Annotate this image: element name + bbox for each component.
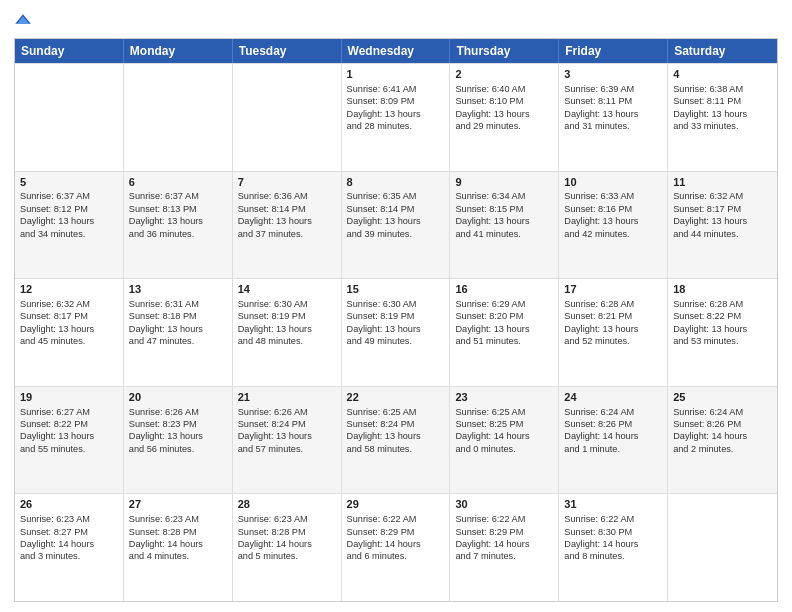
cal-cell [233,64,342,171]
day-number: 3 [564,67,662,82]
day-info: Sunrise: 6:40 AM Sunset: 8:10 PM Dayligh… [455,83,553,133]
cal-cell: 19Sunrise: 6:27 AM Sunset: 8:22 PM Dayli… [15,387,124,494]
day-number: 22 [347,390,445,405]
day-info: Sunrise: 6:32 AM Sunset: 8:17 PM Dayligh… [20,298,118,348]
day-number: 18 [673,282,772,297]
cal-cell: 4Sunrise: 6:38 AM Sunset: 8:11 PM Daylig… [668,64,777,171]
cal-cell: 18Sunrise: 6:28 AM Sunset: 8:22 PM Dayli… [668,279,777,386]
day-info: Sunrise: 6:37 AM Sunset: 8:12 PM Dayligh… [20,190,118,240]
day-number: 25 [673,390,772,405]
cal-cell: 10Sunrise: 6:33 AM Sunset: 8:16 PM Dayli… [559,172,668,279]
day-info: Sunrise: 6:23 AM Sunset: 8:28 PM Dayligh… [129,513,227,563]
day-number: 6 [129,175,227,190]
cal-header-saturday: Saturday [668,39,777,63]
cal-cell: 30Sunrise: 6:22 AM Sunset: 8:29 PM Dayli… [450,494,559,601]
cal-cell: 14Sunrise: 6:30 AM Sunset: 8:19 PM Dayli… [233,279,342,386]
calendar: SundayMondayTuesdayWednesdayThursdayFrid… [14,38,778,602]
logo [14,10,34,32]
cal-cell: 29Sunrise: 6:22 AM Sunset: 8:29 PM Dayli… [342,494,451,601]
day-number: 4 [673,67,772,82]
day-info: Sunrise: 6:39 AM Sunset: 8:11 PM Dayligh… [564,83,662,133]
cal-cell [668,494,777,601]
cal-cell: 31Sunrise: 6:22 AM Sunset: 8:30 PM Dayli… [559,494,668,601]
day-number: 8 [347,175,445,190]
calendar-body: 1Sunrise: 6:41 AM Sunset: 8:09 PM Daylig… [15,63,777,601]
cal-header-tuesday: Tuesday [233,39,342,63]
cal-cell [124,64,233,171]
cal-cell: 22Sunrise: 6:25 AM Sunset: 8:24 PM Dayli… [342,387,451,494]
cal-cell: 8Sunrise: 6:35 AM Sunset: 8:14 PM Daylig… [342,172,451,279]
day-number: 31 [564,497,662,512]
day-info: Sunrise: 6:24 AM Sunset: 8:26 PM Dayligh… [564,406,662,456]
cal-cell: 11Sunrise: 6:32 AM Sunset: 8:17 PM Dayli… [668,172,777,279]
day-info: Sunrise: 6:22 AM Sunset: 8:30 PM Dayligh… [564,513,662,563]
day-info: Sunrise: 6:26 AM Sunset: 8:24 PM Dayligh… [238,406,336,456]
cal-cell: 13Sunrise: 6:31 AM Sunset: 8:18 PM Dayli… [124,279,233,386]
day-info: Sunrise: 6:23 AM Sunset: 8:27 PM Dayligh… [20,513,118,563]
day-info: Sunrise: 6:37 AM Sunset: 8:13 PM Dayligh… [129,190,227,240]
day-number: 9 [455,175,553,190]
day-info: Sunrise: 6:34 AM Sunset: 8:15 PM Dayligh… [455,190,553,240]
cal-cell: 16Sunrise: 6:29 AM Sunset: 8:20 PM Dayli… [450,279,559,386]
logo-icon [14,10,32,28]
day-number: 29 [347,497,445,512]
cal-cell: 25Sunrise: 6:24 AM Sunset: 8:26 PM Dayli… [668,387,777,494]
day-number: 14 [238,282,336,297]
cal-header-sunday: Sunday [15,39,124,63]
day-info: Sunrise: 6:30 AM Sunset: 8:19 PM Dayligh… [347,298,445,348]
cal-week-1: 1Sunrise: 6:41 AM Sunset: 8:09 PM Daylig… [15,63,777,171]
cal-header-thursday: Thursday [450,39,559,63]
day-number: 26 [20,497,118,512]
day-number: 15 [347,282,445,297]
cal-cell: 6Sunrise: 6:37 AM Sunset: 8:13 PM Daylig… [124,172,233,279]
cal-cell: 5Sunrise: 6:37 AM Sunset: 8:12 PM Daylig… [15,172,124,279]
day-info: Sunrise: 6:30 AM Sunset: 8:19 PM Dayligh… [238,298,336,348]
day-number: 12 [20,282,118,297]
cal-cell: 27Sunrise: 6:23 AM Sunset: 8:28 PM Dayli… [124,494,233,601]
day-number: 11 [673,175,772,190]
day-number: 16 [455,282,553,297]
day-info: Sunrise: 6:24 AM Sunset: 8:26 PM Dayligh… [673,406,772,456]
cal-cell: 12Sunrise: 6:32 AM Sunset: 8:17 PM Dayli… [15,279,124,386]
header [14,10,778,32]
cal-cell: 15Sunrise: 6:30 AM Sunset: 8:19 PM Dayli… [342,279,451,386]
cal-cell: 17Sunrise: 6:28 AM Sunset: 8:21 PM Dayli… [559,279,668,386]
cal-cell [15,64,124,171]
day-info: Sunrise: 6:25 AM Sunset: 8:24 PM Dayligh… [347,406,445,456]
day-info: Sunrise: 6:32 AM Sunset: 8:17 PM Dayligh… [673,190,772,240]
cal-cell: 21Sunrise: 6:26 AM Sunset: 8:24 PM Dayli… [233,387,342,494]
cal-cell: 20Sunrise: 6:26 AM Sunset: 8:23 PM Dayli… [124,387,233,494]
cal-week-4: 19Sunrise: 6:27 AM Sunset: 8:22 PM Dayli… [15,386,777,494]
cal-week-3: 12Sunrise: 6:32 AM Sunset: 8:17 PM Dayli… [15,278,777,386]
day-number: 24 [564,390,662,405]
cal-cell: 24Sunrise: 6:24 AM Sunset: 8:26 PM Dayli… [559,387,668,494]
day-info: Sunrise: 6:28 AM Sunset: 8:22 PM Dayligh… [673,298,772,348]
day-number: 30 [455,497,553,512]
day-number: 28 [238,497,336,512]
cal-cell: 9Sunrise: 6:34 AM Sunset: 8:15 PM Daylig… [450,172,559,279]
day-number: 17 [564,282,662,297]
day-info: Sunrise: 6:28 AM Sunset: 8:21 PM Dayligh… [564,298,662,348]
cal-week-2: 5Sunrise: 6:37 AM Sunset: 8:12 PM Daylig… [15,171,777,279]
cal-week-5: 26Sunrise: 6:23 AM Sunset: 8:27 PM Dayli… [15,493,777,601]
day-info: Sunrise: 6:35 AM Sunset: 8:14 PM Dayligh… [347,190,445,240]
cal-header-monday: Monday [124,39,233,63]
cal-cell: 1Sunrise: 6:41 AM Sunset: 8:09 PM Daylig… [342,64,451,171]
day-number: 2 [455,67,553,82]
cal-cell: 2Sunrise: 6:40 AM Sunset: 8:10 PM Daylig… [450,64,559,171]
day-number: 27 [129,497,227,512]
day-info: Sunrise: 6:31 AM Sunset: 8:18 PM Dayligh… [129,298,227,348]
day-info: Sunrise: 6:33 AM Sunset: 8:16 PM Dayligh… [564,190,662,240]
day-info: Sunrise: 6:36 AM Sunset: 8:14 PM Dayligh… [238,190,336,240]
day-info: Sunrise: 6:29 AM Sunset: 8:20 PM Dayligh… [455,298,553,348]
day-number: 5 [20,175,118,190]
day-info: Sunrise: 6:38 AM Sunset: 8:11 PM Dayligh… [673,83,772,133]
cal-cell: 26Sunrise: 6:23 AM Sunset: 8:27 PM Dayli… [15,494,124,601]
day-number: 20 [129,390,227,405]
day-info: Sunrise: 6:27 AM Sunset: 8:22 PM Dayligh… [20,406,118,456]
cal-header-wednesday: Wednesday [342,39,451,63]
day-number: 13 [129,282,227,297]
day-number: 23 [455,390,553,405]
cal-cell: 28Sunrise: 6:23 AM Sunset: 8:28 PM Dayli… [233,494,342,601]
day-info: Sunrise: 6:26 AM Sunset: 8:23 PM Dayligh… [129,406,227,456]
